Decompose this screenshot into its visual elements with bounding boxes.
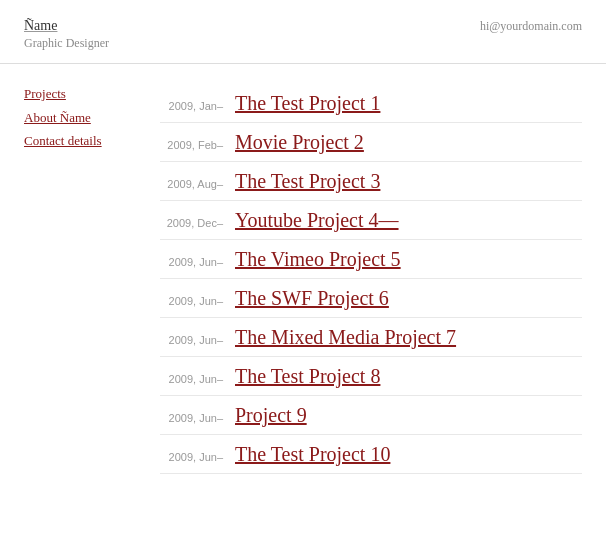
sidebar-nav-link[interactable]: Projects (24, 84, 136, 104)
project-date: 2009, Aug– (160, 178, 235, 190)
project-name[interactable]: Movie Project 2 (235, 129, 364, 155)
header-identity: Ñame Graphic Designer (24, 18, 109, 51)
project-name[interactable]: The Test Project 3 (235, 168, 380, 194)
project-date: 2009, Jun– (160, 295, 235, 307)
project-name[interactable]: The Test Project 1 (235, 90, 380, 116)
project-list: 2009, Jan–The Test Project 12009, Feb–Mo… (160, 84, 582, 474)
site-title: Graphic Designer (24, 36, 109, 51)
project-date: 2009, Jun– (160, 412, 235, 424)
sidebar-nav-link[interactable]: Contact details (24, 131, 136, 151)
project-item: 2009, Feb–Movie Project 2 (160, 123, 582, 162)
header-email: hi@yourdomain.com (480, 19, 582, 33)
project-name[interactable]: The SWF Project 6 (235, 285, 389, 311)
sidebar-nav-link[interactable]: About Ñame (24, 108, 136, 128)
project-item: 2009, Jun–The SWF Project 6 (160, 279, 582, 318)
project-name[interactable]: The Test Project 10 (235, 441, 390, 467)
sidebar: ProjectsAbout ÑameContact details (0, 84, 160, 474)
project-name[interactable]: Project 9 (235, 402, 307, 428)
project-item: 2009, Jun–The Test Project 8 (160, 357, 582, 396)
project-item: 2009, Jun–The Mixed Media Project 7 (160, 318, 582, 357)
project-item: 2009, Dec–Youtube Project 4— (160, 201, 582, 240)
project-item: 2009, Jan–The Test Project 1 (160, 84, 582, 123)
main-content: ProjectsAbout ÑameContact details 2009, … (0, 64, 606, 474)
project-date: 2009, Jun– (160, 334, 235, 346)
project-name[interactable]: The Vimeo Project 5 (235, 246, 401, 272)
project-name[interactable]: Youtube Project 4— (235, 207, 399, 233)
project-date: 2009, Jan– (160, 100, 235, 112)
site-name: Ñame (24, 18, 109, 34)
project-name[interactable]: The Test Project 8 (235, 363, 380, 389)
sidebar-nav: ProjectsAbout ÑameContact details (24, 84, 136, 151)
project-item: 2009, Jun–The Test Project 10 (160, 435, 582, 474)
project-item: 2009, Aug–The Test Project 3 (160, 162, 582, 201)
project-date: 2009, Jun– (160, 256, 235, 268)
project-name[interactable]: The Mixed Media Project 7 (235, 324, 456, 350)
project-date: 2009, Feb– (160, 139, 235, 151)
project-content: 2009, Jan–The Test Project 12009, Feb–Mo… (160, 84, 606, 474)
project-date: 2009, Dec– (160, 217, 235, 229)
project-date: 2009, Jun– (160, 451, 235, 463)
project-date: 2009, Jun– (160, 373, 235, 385)
project-item: 2009, Jun–Project 9 (160, 396, 582, 435)
site-header: Ñame Graphic Designer hi@yourdomain.com (0, 0, 606, 64)
project-item: 2009, Jun–The Vimeo Project 5 (160, 240, 582, 279)
header-contact: hi@yourdomain.com (480, 18, 582, 34)
